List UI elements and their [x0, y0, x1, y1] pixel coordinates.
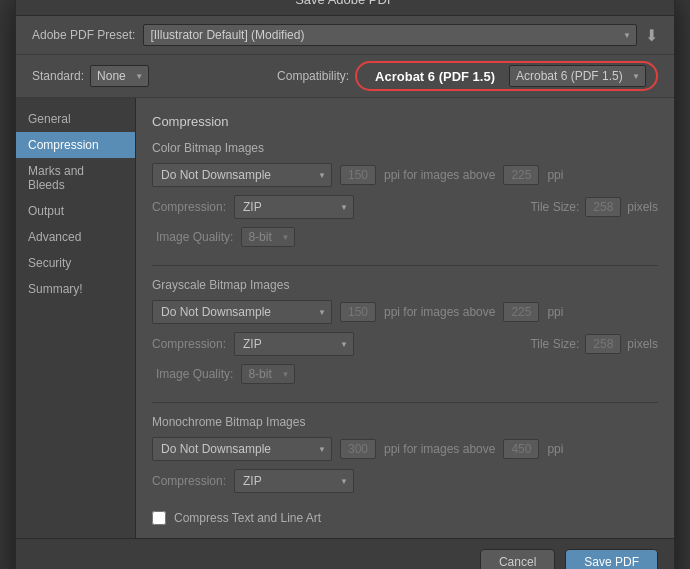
title-bar: Save Adobe PDF: [16, 0, 674, 16]
compat-label: Compatibility:: [277, 69, 349, 83]
grayscale-bitmap-title: Grayscale Bitmap Images: [152, 278, 658, 292]
gray-tile-label: Tile Size:: [530, 337, 579, 351]
mono-comp-wrapper[interactable]: ZIP: [234, 469, 354, 493]
standard-row: Standard: None Compatibility: Acrobat 6 …: [16, 55, 674, 98]
standard-select[interactable]: None: [90, 65, 149, 87]
gray-downsample-wrapper[interactable]: Do Not Downsample: [152, 300, 332, 324]
color-compression-row: Compression: ZIP Tile Size: 258 pixels: [152, 195, 658, 219]
download-icon[interactable]: ⬇: [645, 26, 658, 45]
compat-select[interactable]: Acrobat 6 (PDF 1.5): [509, 65, 646, 87]
cancel-button[interactable]: Cancel: [480, 549, 555, 569]
mono-ppi-unit: ppi: [547, 442, 563, 456]
gray-compression-label: Compression:: [152, 337, 226, 351]
save-pdf-button[interactable]: Save PDF: [565, 549, 658, 569]
sidebar-item-marks[interactable]: Marks and Bleeds: [16, 158, 135, 198]
divider-1: [152, 265, 658, 266]
color-downsample-wrapper[interactable]: Do Not Downsample: [152, 163, 332, 187]
dialog-title: Save Adobe PDF: [295, 0, 395, 7]
body-area: General Compression Marks and Bleeds Out…: [16, 98, 674, 538]
sidebar-item-advanced[interactable]: Advanced: [16, 224, 135, 250]
color-downsample-row: Do Not Downsample 150 ppi for images abo…: [152, 163, 658, 187]
color-tile-unit: pixels: [627, 200, 658, 214]
standard-label: Standard:: [32, 69, 84, 83]
color-tile-label: Tile Size:: [530, 200, 579, 214]
compat-select-wrapper[interactable]: Acrobat 6 (PDF 1.5): [509, 65, 646, 87]
preset-row: Adobe PDF Preset: [Illustrator Default] …: [16, 16, 674, 55]
mono-bitmap-section: Monochrome Bitmap Images Do Not Downsamp…: [152, 415, 658, 493]
compress-text-checkbox[interactable]: [152, 511, 166, 525]
mono-ppi-for: 450: [503, 439, 539, 459]
grayscale-bitmap-section: Grayscale Bitmap Images Do Not Downsampl…: [152, 278, 658, 384]
gray-tile-group: Tile Size: 258 pixels: [530, 334, 658, 354]
color-ppi-for-label: ppi for images above: [384, 168, 495, 182]
color-ppi-for: 225: [503, 165, 539, 185]
sidebar: General Compression Marks and Bleeds Out…: [16, 98, 136, 538]
mono-bitmap-title: Monochrome Bitmap Images: [152, 415, 658, 429]
compress-text-row: Compress Text and Line Art: [152, 511, 658, 525]
standard-group: Standard: None: [32, 65, 149, 87]
mono-downsample-select[interactable]: Do Not Downsample: [152, 437, 332, 461]
mono-compression-label: Compression:: [152, 474, 226, 488]
mono-downsample-wrapper[interactable]: Do Not Downsample: [152, 437, 332, 461]
color-downsample-select[interactable]: Do Not Downsample: [152, 163, 332, 187]
gray-downsample-row: Do Not Downsample 150 ppi for images abo…: [152, 300, 658, 324]
gray-quality-select[interactable]: 8-bit: [241, 364, 295, 384]
color-bitmap-title: Color Bitmap Images: [152, 141, 658, 155]
color-bitmap-section: Color Bitmap Images Do Not Downsample 15…: [152, 141, 658, 247]
gray-ppi-above: 150: [340, 302, 376, 322]
mono-comp-select[interactable]: ZIP: [234, 469, 354, 493]
sidebar-item-output[interactable]: Output: [16, 198, 135, 224]
gray-comp-wrapper[interactable]: ZIP: [234, 332, 354, 356]
color-comp-wrapper[interactable]: ZIP: [234, 195, 354, 219]
compat-group: Compatibility: Acrobat 6 (PDF 1.5) Acrob…: [277, 61, 658, 91]
gray-ppi-for: 225: [503, 302, 539, 322]
preset-select[interactable]: [Illustrator Default] (Modified): [143, 24, 637, 46]
color-quality-select[interactable]: 8-bit: [241, 227, 295, 247]
color-comp-select[interactable]: ZIP: [234, 195, 354, 219]
mono-ppi-above: 300: [340, 439, 376, 459]
gray-ppi-unit: ppi: [547, 305, 563, 319]
preset-label: Adobe PDF Preset:: [32, 28, 135, 42]
color-ppi-unit: ppi: [547, 168, 563, 182]
compat-highlight: Acrobat 6 (PDF 1.5) Acrobat 6 (PDF 1.5): [355, 61, 658, 91]
color-quality-row: Image Quality: 8-bit: [152, 227, 658, 247]
gray-ppi-for-label: ppi for images above: [384, 305, 495, 319]
sidebar-item-security[interactable]: Security: [16, 250, 135, 276]
sidebar-item-compression[interactable]: Compression: [16, 132, 135, 158]
gray-tile-unit: pixels: [627, 337, 658, 351]
gray-quality-row: Image Quality: 8-bit: [152, 364, 658, 384]
footer: Cancel Save PDF: [16, 538, 674, 569]
sidebar-item-general[interactable]: General: [16, 106, 135, 132]
color-tile-group: Tile Size: 258 pixels: [530, 197, 658, 217]
gray-downsample-select[interactable]: Do Not Downsample: [152, 300, 332, 324]
standard-select-wrapper[interactable]: None: [90, 65, 149, 87]
mono-downsample-row: Do Not Downsample 300 ppi for images abo…: [152, 437, 658, 461]
gray-tile-value: 258: [585, 334, 621, 354]
color-compression-label: Compression:: [152, 200, 226, 214]
gray-quality-label: Image Quality:: [156, 367, 233, 381]
save-pdf-dialog: Save Adobe PDF Adobe PDF Preset: [Illust…: [15, 0, 675, 569]
gray-compression-row: Compression: ZIP Tile Size: 258 pixels: [152, 332, 658, 356]
color-quality-wrapper[interactable]: 8-bit: [241, 227, 295, 247]
gray-quality-wrapper[interactable]: 8-bit: [241, 364, 295, 384]
gray-comp-select[interactable]: ZIP: [234, 332, 354, 356]
compress-text-label: Compress Text and Line Art: [174, 511, 321, 525]
mono-compression-row: Compression: ZIP: [152, 469, 658, 493]
sidebar-item-summary[interactable]: Summary!: [16, 276, 135, 302]
color-quality-label: Image Quality:: [156, 230, 233, 244]
section-title: Compression: [152, 114, 658, 129]
preset-select-wrapper[interactable]: [Illustrator Default] (Modified): [143, 24, 637, 46]
content-area: Compression Color Bitmap Images Do Not D…: [136, 98, 674, 538]
mono-ppi-for-label: ppi for images above: [384, 442, 495, 456]
color-ppi-above: 150: [340, 165, 376, 185]
compat-value: Acrobat 6 (PDF 1.5): [367, 67, 503, 86]
divider-2: [152, 402, 658, 403]
color-tile-value: 258: [585, 197, 621, 217]
